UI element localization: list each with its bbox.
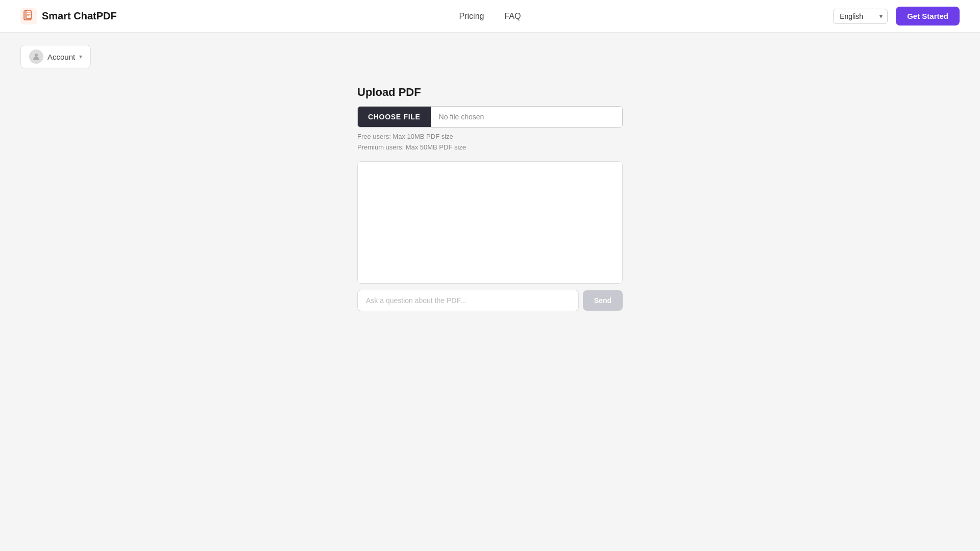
language-dropdown[interactable]: English Spanish French German Chinese Ja… xyxy=(833,9,888,24)
svg-point-6 xyxy=(35,54,38,57)
file-input-row: CHOOSE FILE No file chosen xyxy=(357,106,623,128)
language-selector[interactable]: English Spanish French German Chinese Ja… xyxy=(833,9,888,24)
question-input[interactable] xyxy=(357,290,579,311)
question-row: Send xyxy=(357,290,623,311)
nav-faq[interactable]: FAQ xyxy=(504,12,521,21)
page-body: Account ▾ Upload PDF CHOOSE FILE No file… xyxy=(0,33,980,323)
send-button[interactable]: Send xyxy=(583,290,623,311)
header-right: English Spanish French German Chinese Ja… xyxy=(833,7,960,26)
main-content: Upload PDF CHOOSE FILE No file chosen Fr… xyxy=(357,45,623,311)
file-hints: Free users: Max 10MB PDF size Premium us… xyxy=(357,132,623,153)
chat-area xyxy=(357,161,623,284)
logo-area: Smart ChatPDF xyxy=(20,8,117,24)
account-dropdown[interactable]: Account ▾ xyxy=(20,45,91,68)
get-started-button[interactable]: Get Started xyxy=(896,7,960,26)
upload-section: Upload PDF CHOOSE FILE No file chosen Fr… xyxy=(357,86,623,311)
account-label: Account xyxy=(47,53,75,61)
app-title: Smart ChatPDF xyxy=(42,10,117,22)
nav-pricing[interactable]: Pricing xyxy=(459,12,484,21)
upload-title: Upload PDF xyxy=(357,86,623,99)
file-name-display: No file chosen xyxy=(431,107,622,127)
main-nav: Pricing FAQ xyxy=(459,12,521,21)
header: Smart ChatPDF Pricing FAQ English Spanis… xyxy=(0,0,980,33)
logo-icon xyxy=(20,8,37,24)
hint-free: Free users: Max 10MB PDF size xyxy=(357,132,623,142)
account-chevron-icon: ▾ xyxy=(79,53,82,60)
hint-premium: Premium users: Max 50MB PDF size xyxy=(357,142,623,153)
choose-file-button[interactable]: CHOOSE FILE xyxy=(358,107,431,127)
avatar xyxy=(29,49,43,64)
